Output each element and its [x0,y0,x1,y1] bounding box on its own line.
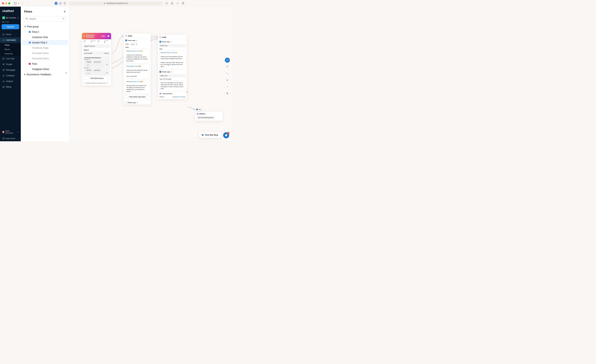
flow-item-facebookpage[interactable]: Facebook Page [22,45,68,51]
new-tab-icon[interactable] [176,2,179,5]
user-row[interactable]: Harry Guinness [0,128,21,136]
back-icon[interactable] [22,2,24,5]
add-node-icon[interactable] [225,58,230,63]
add-flow-icon[interactable] [63,10,66,13]
msg-card[interactable]: Hello {{instagram name}}👏 Thank you for … [125,49,149,63]
output-connector[interactable] [186,91,188,93]
public-reply-row[interactable]: Public reply [158,40,187,44]
flow-group-ecomm[interactable]: Ecommerce: Feedback... [22,72,68,77]
flow-item-customerchat[interactable]: Customer Chat [22,35,68,40]
all-comments-row[interactable]: All comments 0% [83,51,110,55]
card-redirect[interactable]: Redirect Live Chat (solving issues) [195,112,223,121]
checkbox-public[interactable] [125,40,127,41]
help-center[interactable]: Help Center [0,136,21,141]
kw-chip[interactable]: don't buy [85,69,92,72]
info-icon[interactable] [170,41,172,43]
test-flow-button[interactable]: Test this flow [199,132,221,138]
nav-configure[interactable]: Configure [0,73,21,79]
info-icon[interactable] [171,71,172,73]
zoom-in-icon[interactable]: + [225,78,230,83]
redirect-chip[interactable]: Live Chat (solving issues) [197,116,215,119]
connector-dot[interactable] [107,53,109,54]
card-reply-1[interactable]: Reply Public reply Delay: none Texts Hel… [124,33,151,105]
fit-view-icon[interactable] [225,71,230,76]
save-to-value[interactable]: {{negative feedback}} [173,96,185,98]
extension-icon[interactable] [59,2,62,5]
svg-rect-22 [226,59,228,61]
collapse-panel-icon[interactable] [64,71,68,74]
zoom-out-icon[interactable]: − [225,84,230,89]
msg-card[interactable]: Hello {{instagram name}}👏 Thank you for … [159,50,186,69]
bot-selector[interactable]: My First Bot [1,15,19,20]
maximize-window-icon[interactable] [8,2,10,4]
kw-chip[interactable]: excellent [85,61,92,63]
card-reply-2[interactable]: Reply Public reply Delay: none Text Hell… [158,35,187,99]
tabs-icon[interactable] [181,2,184,5]
checkbox-private[interactable] [125,102,127,103]
checkbox-separate[interactable] [84,82,85,84]
shield-icon[interactable] [63,2,66,5]
msg-card[interactable]: Hi {{instagram name}}😀 Thank you for the… [125,64,149,79]
subnav-keywords[interactable]: Keywords [5,51,21,56]
abp-extension-icon[interactable]: ABP [55,2,58,5]
add-keyword-button[interactable]: + Add keyword group [84,76,109,80]
forward-icon[interactable] [26,2,28,5]
sidebar-toggle-icon[interactable] [13,1,17,5]
delay-plain[interactable]: Delay: none [159,74,186,77]
close-window-icon[interactable] [2,2,4,4]
upgrade-button[interactable]: Upgrade [2,24,19,29]
kw-chip[interactable]: good service [93,61,102,63]
nav-livechat[interactable]: Live Chat [0,56,21,61]
nav-billing[interactable]: Billing [0,84,21,90]
private-reply-row[interactable]: Private reply [158,70,187,74]
add-random-reply-button[interactable]: + Add random reply option [125,95,149,99]
flow-item-answerfaq[interactable]: Answer FAQ 2 [22,40,68,45]
collect-answers-row[interactable]: Collect Answers [158,92,187,95]
connector-dot[interactable] [106,64,108,65]
flow-group[interactable]: Flow group [22,24,68,29]
info-icon[interactable] [136,102,138,103]
flow-item-flow[interactable]: Flow [22,61,68,66]
nav-automation[interactable]: Automation [0,37,21,43]
nav-home[interactable]: Home [0,32,21,37]
search-row[interactable] [24,16,66,22]
nav-analyze[interactable]: Analyze [0,79,21,84]
checkbox-public[interactable] [159,41,161,43]
start-pill[interactable]: Start [195,108,202,111]
apply-to[interactable]: Apply to: All posts [83,44,110,48]
card-comments-autoreply[interactable]: Comments Autoreply Active Sent— Delivere… [82,33,111,85]
intercom-icon[interactable]: 5 [223,132,229,138]
chevron-down-icon[interactable] [18,3,19,4]
pan-icon[interactable] [225,91,230,96]
gear-icon [2,74,5,77]
flow-item-persistentmenu1[interactable]: Persistent Menu [22,51,68,56]
msg-card[interactable]: One of our managers is on the way to hel… [159,80,186,91]
delay-plain[interactable]: Delay: none [159,44,186,47]
tree-view-icon[interactable] [225,64,230,69]
minimize-window-icon[interactable] [5,2,7,4]
delay-select[interactable]: none [130,43,138,45]
info-icon[interactable] [136,40,138,41]
nav-reengage[interactable]: Reengage [0,67,21,73]
public-reply-row[interactable]: Public reply [124,38,151,42]
nav-people[interactable]: People [0,61,21,67]
active-badge: Active [101,35,106,37]
flow-item-flow2[interactable]: Flow 2 [22,29,68,35]
url-bar[interactable]: dashboard.chatfuel.com [69,1,162,5]
subnav-blocks[interactable]: Blocks [5,47,21,51]
connector-dot[interactable] [106,72,108,73]
refresh-icon[interactable] [165,2,168,5]
share-icon[interactable] [171,2,174,5]
active-toggle[interactable] [107,35,109,37]
flow-item-persistentmenu2[interactable]: Persistent Menu [22,56,68,61]
canvas[interactable]: Comments Autoreply Active Sent— Delivere… [69,7,231,141]
private-reply-row[interactable]: Private reply [124,100,151,105]
info-icon[interactable] [107,82,108,84]
checkbox-private[interactable] [159,71,161,73]
search-input[interactable] [29,18,61,20]
kw-chip[interactable]: bad service [93,69,101,72]
subnav-flows[interactable]: Flows [5,43,21,47]
filter-icon[interactable] [62,18,65,20]
msg-card[interactable]: Hello {{instagram name}}😊 We appreciate … [125,79,149,94]
flow-item-igdirect[interactable]: Instagram Direct [22,66,68,72]
